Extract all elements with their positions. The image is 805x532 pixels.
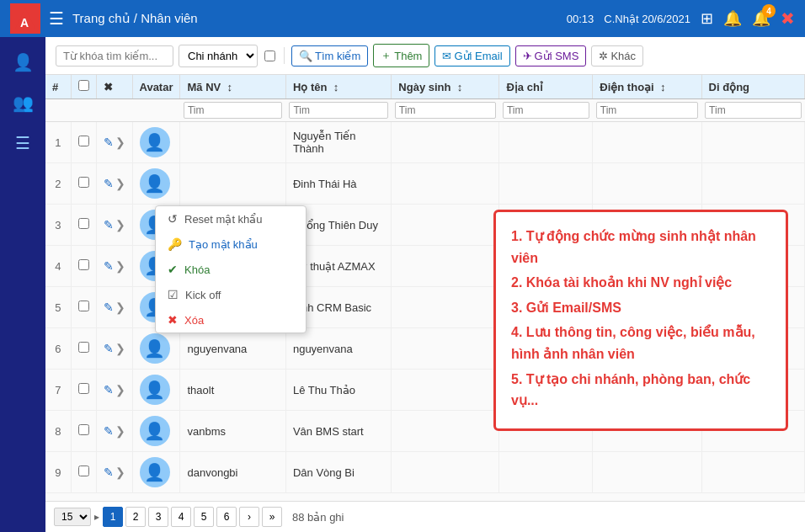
edit-icon[interactable]: ✎ bbox=[104, 424, 114, 438]
col-dienthoai: Điện thoại ↕ bbox=[593, 75, 701, 99]
sidebar-item-user[interactable]: 👤 bbox=[4, 44, 41, 81]
filter-manv-input[interactable] bbox=[184, 102, 282, 119]
header-time: 00:13 bbox=[567, 13, 594, 25]
cell-num: 5 bbox=[45, 287, 71, 328]
cell-manv bbox=[180, 122, 285, 163]
row-checkbox[interactable] bbox=[78, 383, 89, 394]
page-button[interactable]: » bbox=[262, 507, 282, 527]
page-button[interactable]: › bbox=[239, 507, 259, 527]
row-checkbox[interactable] bbox=[78, 466, 89, 476]
chevron-icon[interactable]: ❯ bbox=[115, 383, 125, 396]
page-button[interactable]: 5 bbox=[194, 507, 214, 527]
col-didong: Di động bbox=[701, 75, 804, 99]
edit-icon[interactable]: ✎ bbox=[104, 466, 114, 479]
context-menu-item[interactable]: ☑Kick off bbox=[156, 282, 306, 307]
chevron-icon[interactable]: ❯ bbox=[115, 136, 125, 149]
grid-icon[interactable]: ⊞ bbox=[701, 9, 713, 28]
search-button[interactable]: 🔍 Tìm kiếm bbox=[291, 45, 368, 66]
current-page-button[interactable]: 1 bbox=[103, 507, 123, 527]
sidebar-item-list[interactable]: ☰ bbox=[4, 125, 41, 162]
filter-ngaysinh-input[interactable] bbox=[395, 102, 496, 119]
avatar: 👤 bbox=[140, 457, 170, 487]
context-menu-item[interactable]: 🔑Tạo mật khẩu bbox=[156, 231, 306, 257]
page-size-select[interactable]: 15 bbox=[54, 508, 91, 526]
info-box-line: 3. Gửi Email/SMS bbox=[511, 297, 770, 319]
select-all-checkbox[interactable] bbox=[78, 80, 89, 91]
edit-icon[interactable]: ✎ bbox=[104, 177, 114, 190]
branch-select[interactable]: Chi nhánh bbox=[179, 45, 258, 67]
page-button[interactable]: 3 bbox=[148, 507, 168, 527]
edit-icon[interactable]: ✎ bbox=[104, 136, 114, 149]
chevron-icon[interactable]: ❯ bbox=[115, 466, 125, 479]
cell-ngaysinh bbox=[392, 163, 499, 205]
sidebar: 👤 👥 ☰ bbox=[0, 37, 45, 532]
more-button[interactable]: ✲ Khác bbox=[591, 45, 643, 66]
header: A ☰ Trang chủ / Nhân viên 00:13 C.Nhật 2… bbox=[0, 0, 805, 37]
chevron-icon[interactable]: ❯ bbox=[115, 218, 125, 231]
notification-bell-2[interactable]: 🔔4 bbox=[752, 9, 770, 28]
cell-actions: ✎ ❯ bbox=[96, 328, 132, 370]
sidebar-item-group[interactable]: 👥 bbox=[4, 84, 41, 121]
avatar: 👤 bbox=[140, 416, 170, 446]
filter-num bbox=[45, 99, 71, 122]
page-button[interactable]: 4 bbox=[171, 507, 191, 527]
avatar: 👤 bbox=[140, 333, 170, 364]
chevron-icon[interactable]: ❯ bbox=[115, 342, 125, 355]
edit-icon[interactable]: ✎ bbox=[104, 301, 114, 314]
sms-button[interactable]: ✈ Gửi SMS bbox=[515, 45, 587, 66]
row-checkbox[interactable] bbox=[78, 259, 89, 270]
edit-icon[interactable]: ✎ bbox=[104, 383, 114, 396]
info-box-line: 2. Khóa tài khoản khi NV nghỉ việc bbox=[511, 272, 770, 294]
info-box-line: 4. Lưu thông tin, công việc, biểu mẫu, h… bbox=[511, 322, 770, 364]
cell-actions: ✎ ❯ bbox=[96, 163, 132, 205]
row-checkbox[interactable] bbox=[78, 342, 89, 353]
row-checkbox[interactable] bbox=[78, 301, 89, 311]
row-checkbox[interactable] bbox=[78, 177, 89, 188]
divider-1 bbox=[284, 47, 285, 64]
chevron-icon[interactable]: ❯ bbox=[115, 424, 125, 438]
filter-diachi bbox=[499, 99, 593, 122]
cell-ngaysinh bbox=[392, 287, 499, 328]
cell-actions: ✎ ❯ bbox=[96, 287, 132, 328]
filter-dienthoai-input[interactable] bbox=[596, 102, 698, 119]
header-right: 00:13 C.Nhật 20/6/2021 ⊞ 🔔 🔔4 ✖ bbox=[567, 8, 795, 29]
row-checkbox[interactable] bbox=[78, 424, 89, 435]
ctx-item-label: Xóa bbox=[184, 314, 204, 327]
main-content: Chi nhánh 🔍 Tìm kiếm ＋ Thêm ✉ Gửi Email … bbox=[45, 37, 805, 532]
cell-num: 8 bbox=[45, 411, 71, 452]
chevron-icon[interactable]: ❯ bbox=[115, 177, 125, 190]
edit-icon[interactable]: ✎ bbox=[104, 342, 114, 355]
cell-actions: ✎ ❯ bbox=[96, 205, 132, 246]
menu-icon[interactable]: ☰ bbox=[49, 8, 64, 29]
context-menu-item[interactable]: ↺Reset mật khẩu bbox=[156, 206, 306, 231]
cell-check bbox=[71, 411, 96, 452]
filter-didong-input[interactable] bbox=[705, 102, 801, 119]
close-header-icon[interactable]: ✖ bbox=[781, 8, 795, 29]
filter-diachi-input[interactable] bbox=[503, 102, 589, 119]
page-button[interactable]: 6 bbox=[216, 507, 237, 527]
email-button[interactable]: ✉ Gửi Email bbox=[434, 45, 509, 66]
filter-actions bbox=[96, 99, 132, 122]
cell-ngaysinh bbox=[392, 122, 499, 163]
notification-bell-1[interactable]: 🔔 bbox=[723, 9, 742, 28]
row-checkbox[interactable] bbox=[78, 136, 89, 146]
edit-icon[interactable]: ✎ bbox=[104, 218, 114, 231]
edit-icon[interactable]: ✎ bbox=[104, 259, 114, 273]
add-button[interactable]: ＋ Thêm bbox=[373, 44, 429, 67]
filter-hoten bbox=[285, 99, 391, 122]
chevron-icon[interactable]: ❯ bbox=[115, 259, 125, 273]
filter-hoten-input[interactable] bbox=[289, 102, 387, 119]
context-menu-item[interactable]: ✔Khóa bbox=[156, 257, 306, 282]
branch-checkbox[interactable] bbox=[264, 51, 275, 61]
search-input[interactable] bbox=[56, 45, 173, 66]
page-button[interactable]: 2 bbox=[125, 507, 146, 527]
row-checkbox[interactable] bbox=[78, 218, 89, 229]
ctx-item-icon: ☑ bbox=[168, 288, 179, 301]
cell-actions: ✎ ❯ bbox=[96, 411, 132, 452]
ctx-item-label: Tạo mật khẩu bbox=[189, 238, 258, 251]
chevron-icon[interactable]: ❯ bbox=[115, 301, 125, 314]
cell-ngaysinh bbox=[392, 370, 499, 411]
cell-actions: ✎ ❯ bbox=[96, 246, 132, 287]
sms-icon: ✈ bbox=[523, 50, 532, 62]
context-menu-item[interactable]: ✖Xóa bbox=[156, 307, 306, 332]
